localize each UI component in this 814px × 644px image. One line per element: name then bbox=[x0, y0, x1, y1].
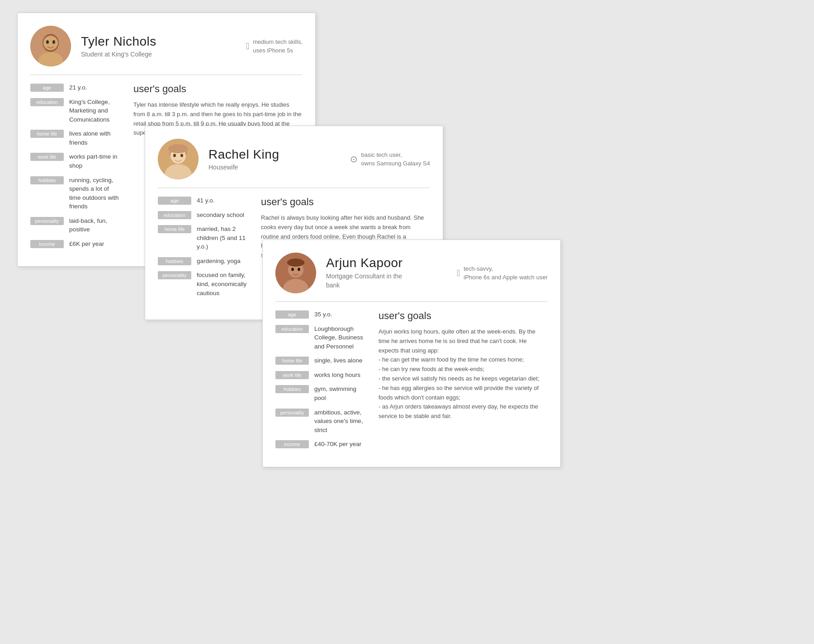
arjun-device-block:  tech-savvy,iPhone 6s and Apple watch u… bbox=[457, 264, 548, 282]
tyler-worklife-value: works part-time in shop bbox=[69, 152, 121, 170]
svg-point-10 bbox=[173, 154, 176, 157]
tyler-income-label: income bbox=[30, 240, 64, 248]
rachel-goals-title: user's goals bbox=[261, 196, 430, 208]
rachel-title: Housewife bbox=[208, 164, 336, 171]
arjun-name: Arjun Kapoor bbox=[326, 256, 443, 270]
arjun-education-row: education Loughborough College, Business… bbox=[275, 324, 366, 351]
rachel-device-text: basic tech user,owns Samsung Galaxy S4 bbox=[361, 150, 430, 168]
svg-point-16 bbox=[291, 268, 294, 271]
svg-point-17 bbox=[298, 268, 300, 271]
tyler-name-block: Tyler Nichols Student at King's College bbox=[81, 34, 232, 58]
arjun-income-value: £40-70K per year bbox=[314, 440, 361, 449]
arjun-worklife-row: work life works long hours bbox=[275, 371, 366, 380]
arjun-worklife-label: work life bbox=[275, 371, 309, 379]
rachel-name-block: Rachel King Housewife bbox=[208, 147, 336, 171]
arjun-homelife-row: home life single, lives alone bbox=[275, 356, 366, 365]
tyler-income-row: income £6K per year bbox=[30, 240, 121, 249]
rachel-personality-label: personality bbox=[158, 271, 191, 279]
arjun-personality-label: personality bbox=[275, 409, 309, 417]
arjun-homelife-label: home life bbox=[275, 357, 309, 365]
arjun-title: Mortgage Consultant in the bank bbox=[326, 272, 407, 290]
arjun-worklife-value: works long hours bbox=[314, 371, 360, 380]
rachel-left-col: age 41 y.o. education secondary school h… bbox=[158, 196, 248, 303]
tyler-personality-value: laid-back, fun, positive bbox=[69, 216, 121, 234]
rachel-hobbies-row: hobbies gardening, yoga bbox=[158, 257, 248, 266]
arjun-right-col: user's goals Arjun works long hours, qui… bbox=[379, 310, 548, 454]
apple-icon-arjun:  bbox=[457, 268, 460, 278]
svg-rect-19 bbox=[287, 261, 304, 264]
arjun-hobbies-row: hobbies gym, swimming pool bbox=[275, 385, 366, 402]
tyler-name: Tyler Nichols bbox=[81, 34, 232, 49]
arjun-device-text: tech-savvy,iPhone 6s and Apple watch use… bbox=[464, 264, 548, 282]
rachel-homelife-row: home life married, has 2 children (5 and… bbox=[158, 225, 248, 251]
arjun-goals-title: user's goals bbox=[379, 310, 548, 322]
rachel-age-row: age 41 y.o. bbox=[158, 196, 248, 205]
tyler-education-row: education King's College, Marketing and … bbox=[30, 98, 121, 124]
arjun-personality-row: personality ambitious, active, values on… bbox=[275, 408, 366, 435]
arjun-education-label: education bbox=[275, 325, 309, 333]
svg-point-4 bbox=[46, 40, 49, 44]
arjun-education-value: Loughborough College, Business and Perso… bbox=[314, 324, 366, 351]
avatar-arjun bbox=[275, 253, 316, 293]
tyler-device-text: medium tech skills,uses iPhone 5s bbox=[253, 38, 303, 55]
tyler-device-block:  medium tech skills,uses iPhone 5s bbox=[246, 38, 303, 55]
card-header-arjun: Arjun Kapoor Mortgage Consultant in the … bbox=[275, 253, 548, 302]
arjun-income-row: income £40-70K per year bbox=[275, 440, 366, 449]
tyler-goals-title: user's goals bbox=[133, 83, 303, 95]
tyler-personality-label: personality bbox=[30, 217, 64, 225]
tyler-left-col: age 21 y.o. education King's College, Ma… bbox=[30, 83, 121, 254]
card-header-rachel: Rachel King Housewife ⊙ basic tech user,… bbox=[158, 139, 430, 188]
tyler-education-value: King's College, Marketing and Comunicati… bbox=[69, 98, 121, 124]
card-header-tyler: Tyler Nichols Student at King's College … bbox=[30, 26, 303, 75]
tyler-education-label: education bbox=[30, 98, 64, 106]
arjun-name-block: Arjun Kapoor Mortgage Consultant in the … bbox=[326, 256, 443, 290]
tyler-hobbies-label: hobbies bbox=[30, 176, 64, 184]
rachel-device-block: ⊙ basic tech user,owns Samsung Galaxy S4 bbox=[350, 150, 430, 168]
arjun-left-col: age 35 y.o. education Loughborough Colle… bbox=[275, 310, 366, 454]
tyler-hobbies-value: running, cycling, spends a lot of time o… bbox=[69, 176, 121, 211]
tyler-title: Student at King's College bbox=[81, 51, 232, 58]
rachel-homelife-label: home life bbox=[158, 225, 191, 233]
tyler-homelife-value: lives alone with friends bbox=[69, 129, 121, 147]
tyler-worklife-label: work life bbox=[30, 153, 64, 161]
rachel-age-value: 41 y.o. bbox=[197, 196, 215, 205]
rachel-homelife-value: married, has 2 children (5 and 11 y.o.) bbox=[197, 225, 248, 251]
tyler-age-row: age 21 y.o. bbox=[30, 83, 121, 92]
avatar-rachel bbox=[158, 139, 199, 179]
arjun-income-label: income bbox=[275, 440, 309, 448]
arjun-age-label: age bbox=[275, 310, 309, 319]
android-icon: ⊙ bbox=[350, 154, 358, 165]
arjun-card-body: age 35 y.o. education Loughborough Colle… bbox=[275, 310, 548, 454]
tyler-age-label: age bbox=[30, 84, 64, 92]
rachel-education-row: education secondary school bbox=[158, 211, 248, 220]
arjun-hobbies-label: hobbies bbox=[275, 385, 309, 393]
rachel-education-label: education bbox=[158, 211, 191, 219]
tyler-worklife-row: work life works part-time in shop bbox=[30, 152, 121, 170]
arjun-hobbies-value: gym, swimming pool bbox=[314, 385, 366, 402]
rachel-personality-row: personality focused on family, kind, eco… bbox=[158, 271, 248, 297]
rachel-name: Rachel King bbox=[208, 147, 336, 162]
arjun-age-value: 35 y.o. bbox=[314, 310, 332, 319]
tyler-homelife-row: home life lives alone with friends bbox=[30, 129, 121, 147]
tyler-personality-row: personality laid-back, fun, positive bbox=[30, 216, 121, 234]
rachel-education-value: secondary school bbox=[197, 211, 244, 220]
rachel-hobbies-value: gardening, yoga bbox=[197, 257, 241, 266]
svg-point-5 bbox=[52, 40, 55, 44]
tyler-hobbies-row: hobbies running, cycling, spends a lot o… bbox=[30, 176, 121, 211]
arjun-goals-text: Arjun works long hours, quite often at t… bbox=[379, 327, 548, 421]
arjun-age-row: age 35 y.o. bbox=[275, 310, 366, 319]
avatar-tyler bbox=[30, 26, 71, 66]
persona-card-arjun: Arjun Kapoor Mortgage Consultant in the … bbox=[262, 240, 561, 467]
tyler-age-value: 21 y.o. bbox=[69, 83, 87, 92]
arjun-homelife-value: single, lives alone bbox=[314, 356, 363, 365]
rachel-hobbies-label: hobbies bbox=[158, 257, 191, 265]
tyler-income-value: £6K per year bbox=[69, 240, 104, 249]
svg-point-12 bbox=[168, 144, 188, 153]
apple-icon:  bbox=[246, 41, 249, 52]
rachel-age-label: age bbox=[158, 197, 191, 205]
tyler-homelife-label: home life bbox=[30, 130, 64, 138]
rachel-personality-value: focused on family, kind, economically ca… bbox=[197, 271, 248, 297]
arjun-personality-value: ambitious, active, values one's time, st… bbox=[314, 408, 366, 435]
svg-point-11 bbox=[180, 154, 183, 157]
